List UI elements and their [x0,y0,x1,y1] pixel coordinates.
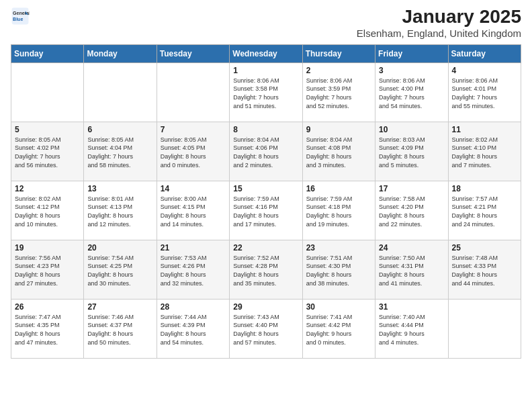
day-info: Sunrise: 8:05 AM [15,136,80,144]
day-info: Sunset: 3:59 PM [306,85,371,93]
day-info: and 14 minutes. [161,220,226,229]
day-info: Daylight: 8 hours [161,271,226,279]
day-info: Daylight: 8 hours [452,271,517,279]
day-info: Daylight: 7 hours [87,152,152,161]
day-info: Sunrise: 8:06 AM [306,77,371,85]
day-info: Sunset: 4:13 PM [87,203,152,212]
day-number: 17 [379,184,444,193]
table-row: 30Sunrise: 7:41 AMSunset: 4:42 PMDayligh… [302,299,375,358]
day-info: Sunrise: 8:00 AM [161,195,226,203]
day-number: 31 [379,302,444,312]
day-info: Sunrise: 8:06 AM [233,77,298,85]
day-info: Daylight: 8 hours [306,271,371,279]
day-info: Daylight: 8 hours [87,271,152,279]
table-row: 21Sunrise: 7:53 AMSunset: 4:26 PMDayligh… [157,240,229,299]
day-number: 29 [233,302,298,312]
day-info: Sunrise: 8:06 AM [379,77,444,85]
calendar-week-row: 19Sunrise: 7:56 AMSunset: 4:23 PMDayligh… [11,240,521,299]
day-info: Sunrise: 7:47 AM [15,313,80,322]
table-row: 28Sunrise: 7:44 AMSunset: 4:39 PMDayligh… [157,299,229,358]
day-info: Sunrise: 8:04 AM [233,136,298,144]
table-row: 2Sunrise: 8:06 AMSunset: 3:59 PMDaylight… [302,62,375,122]
day-info: and 19 minutes. [306,220,371,229]
table-row: 9Sunrise: 8:04 AMSunset: 4:08 PMDaylight… [302,122,375,181]
day-info: Sunset: 4:18 PM [306,203,371,212]
day-info: and 57 minutes. [233,338,298,347]
day-number: 3 [379,66,444,75]
day-number: 28 [161,302,226,312]
table-row: 12Sunrise: 8:02 AMSunset: 4:12 PMDayligh… [11,181,84,240]
day-info: Daylight: 8 hours [452,212,517,220]
day-info: and 58 minutes. [87,161,152,170]
day-number: 9 [306,125,371,134]
day-info: and 44 minutes. [452,279,517,288]
day-info: Sunrise: 7:48 AM [452,254,517,263]
day-info: Sunrise: 8:04 AM [306,136,371,144]
table-row [448,299,521,358]
day-number: 4 [452,66,517,75]
calendar-week-row: 5Sunrise: 8:05 AMSunset: 4:02 PMDaylight… [11,122,521,181]
table-row: 1Sunrise: 8:06 AMSunset: 3:58 PMDaylight… [230,62,302,122]
calendar-week-row: 1Sunrise: 8:06 AMSunset: 3:58 PMDaylight… [11,62,521,122]
day-info: Daylight: 7 hours [306,93,371,102]
day-info: and 55 minutes. [452,102,517,111]
table-row [11,62,84,122]
day-number: 11 [452,125,517,134]
table-row: 23Sunrise: 7:51 AMSunset: 4:30 PMDayligh… [302,240,375,299]
day-info: Daylight: 7 hours [452,93,517,102]
day-info: Sunset: 4:08 PM [306,144,371,152]
day-info: Sunset: 4:16 PM [233,203,298,212]
table-row: 11Sunrise: 8:02 AMSunset: 4:10 PMDayligh… [448,122,521,181]
day-number: 13 [87,184,152,193]
day-info: Sunset: 4:28 PM [233,262,298,271]
day-info: Daylight: 8 hours [161,212,226,220]
day-info: and 17 minutes. [233,220,298,229]
day-number: 19 [15,243,80,253]
day-info: Sunset: 4:04 PM [87,144,152,152]
day-info: Daylight: 8 hours [379,152,444,161]
day-info: Sunset: 4:12 PM [15,203,80,212]
day-number: 26 [15,302,80,312]
day-info: Sunset: 4:05 PM [161,144,226,152]
col-tuesday: Tuesday [157,44,229,62]
day-number: 27 [87,302,152,312]
day-number: 22 [233,243,298,253]
svg-text:Blue: Blue [13,17,23,21]
day-info: and 12 minutes. [87,220,152,229]
day-number: 6 [87,125,152,134]
day-info: and 47 minutes. [15,338,80,347]
table-row: 25Sunrise: 7:48 AMSunset: 4:33 PMDayligh… [448,240,521,299]
day-info: Sunset: 4:23 PM [15,262,80,271]
day-info: Daylight: 9 hours [379,330,444,338]
day-number: 16 [306,184,371,193]
day-info: Sunset: 4:37 PM [87,321,152,330]
day-info: Daylight: 8 hours [15,330,80,338]
day-info: Sunrise: 7:59 AM [233,195,298,203]
day-info: and 22 minutes. [379,220,444,229]
day-number: 25 [452,243,517,253]
day-info: Daylight: 8 hours [161,330,226,338]
day-info: and 4 minutes. [379,338,444,347]
day-number: 10 [379,125,444,134]
day-info: Sunset: 4:01 PM [452,85,517,93]
table-row: 16Sunrise: 7:59 AMSunset: 4:18 PMDayligh… [302,181,375,240]
day-info: and 52 minutes. [306,102,371,111]
day-number: 12 [15,184,80,193]
day-info: Daylight: 8 hours [15,212,80,220]
table-row: 15Sunrise: 7:59 AMSunset: 4:16 PMDayligh… [230,181,302,240]
table-row: 17Sunrise: 7:58 AMSunset: 4:20 PMDayligh… [375,181,448,240]
day-info: Sunrise: 7:59 AM [306,195,371,203]
day-info: Sunrise: 8:02 AM [452,136,517,144]
table-row: 29Sunrise: 7:43 AMSunset: 4:40 PMDayligh… [230,299,302,358]
day-number: 21 [161,243,226,253]
day-info: and 54 minutes. [161,338,226,347]
day-info: and 2 minutes. [233,161,298,170]
table-row: 13Sunrise: 8:01 AMSunset: 4:13 PMDayligh… [84,181,157,240]
day-info: Sunset: 4:39 PM [161,321,226,330]
day-info: Daylight: 8 hours [233,330,298,338]
day-number: 24 [379,243,444,253]
day-info: Sunset: 4:44 PM [379,321,444,330]
table-row: 6Sunrise: 8:05 AMSunset: 4:04 PMDaylight… [84,122,157,181]
day-info: Sunset: 3:58 PM [233,85,298,93]
day-info: and 41 minutes. [379,279,444,288]
